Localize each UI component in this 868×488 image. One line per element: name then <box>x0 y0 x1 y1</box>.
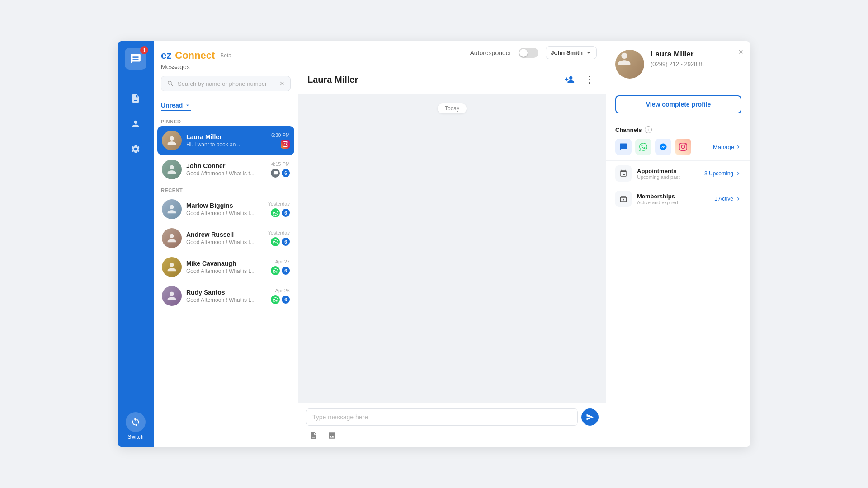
contact-name: Mike Cavanaugh <box>186 260 266 267</box>
contact-item[interactable]: John Conner Good Afternoon ! What is t..… <box>157 155 294 184</box>
more-options-button[interactable]: ⋮ <box>582 72 597 87</box>
add-contact-button[interactable] <box>562 72 577 87</box>
contact-name: Laura Miller <box>186 133 267 141</box>
messenger-channel-button[interactable] <box>655 139 671 155</box>
appointments-sub: Upcoming and past <box>637 174 699 180</box>
sms-channel-button[interactable] <box>615 139 632 155</box>
title-connect: Connect <box>175 50 215 61</box>
chat-area: Autoresponder John Smith Laura Miller ⋮ <box>298 41 606 447</box>
contact-info: Mike Cavanaugh Good Afternoon ! What is … <box>186 260 266 274</box>
contact-item[interactable]: Andrew Russell Good Afternoon ! What is … <box>157 224 294 253</box>
chat-icon <box>130 53 142 65</box>
message-input-row <box>306 408 599 426</box>
contact-badges: 6 <box>271 237 290 246</box>
messages-label: Messages <box>161 63 291 70</box>
contact-info: Rudy Santos Good Afternoon ! What is t..… <box>186 289 266 303</box>
whatsapp-bubble-icon <box>639 143 647 151</box>
person-add-icon <box>565 75 575 84</box>
sidebar-nav: 1 Switch <box>118 41 154 447</box>
sidebar-item-notes[interactable] <box>125 88 146 109</box>
contact-info: Andrew Russell Good Afternoon ! What is … <box>186 231 263 245</box>
contact-meta: Apr 26 6 <box>271 288 290 304</box>
messenger-bubble-icon <box>659 143 667 151</box>
contact-info: John Conner Good Afternoon ! What is t..… <box>186 162 266 177</box>
nav-logo: 1 <box>125 48 146 77</box>
contact-info: Laura Miller Hi. I want to book an ... <box>186 133 267 148</box>
title-beta: Beta <box>220 52 231 59</box>
contact-badges: 6 <box>271 266 290 275</box>
search-icon <box>167 80 174 87</box>
user-menu[interactable]: John Smith <box>546 46 597 59</box>
contact-item[interactable]: Marlow Biggins Good Afternoon ! What is … <box>157 195 294 224</box>
contact-meta: Yesterday 6 <box>268 201 290 217</box>
whatsapp-channel-icon <box>271 266 280 275</box>
unread-count: 6 <box>282 169 290 177</box>
contact-badges: 6 <box>271 295 290 304</box>
recent-section-label: RECENT <box>157 184 294 195</box>
profile-header: Laura Miller (0299) 212 - 292888 × <box>606 41 750 88</box>
messages-panel: ezConnect Beta Messages ✕ Unread PINN <box>154 41 298 447</box>
top-bar: Autoresponder John Smith <box>298 41 606 65</box>
calendar-icon <box>619 169 627 178</box>
unread-count: 6 <box>282 267 290 275</box>
appointments-row[interactable]: Appointments Upcoming and past 3 Upcomin… <box>606 161 750 186</box>
search-bar: ✕ <box>161 76 291 91</box>
chat-header: Laura Miller ⋮ <box>298 65 606 94</box>
contacts-list: PINNED Laura Miller Hi. I want to book a… <box>154 115 298 447</box>
contact-meta: 4:15 PM 6 <box>271 161 290 178</box>
contact-time: Yesterday <box>268 201 290 206</box>
contact-item[interactable]: Laura Miller Hi. I want to book an ... 6… <box>157 126 294 155</box>
chat-header-actions: ⋮ <box>562 72 597 87</box>
profile-info: Laura Miller (0299) 212 - 292888 <box>651 50 741 67</box>
contact-item[interactable]: Rudy Santos Good Afternoon ! What is t..… <box>157 282 294 310</box>
unread-count: 6 <box>282 209 290 217</box>
contact-preview: Hi. I want to book an ... <box>186 141 267 148</box>
memberships-icon-box <box>615 191 632 207</box>
whatsapp-channel-button[interactable] <box>635 139 651 155</box>
contact-time: Apr 27 <box>275 259 290 264</box>
send-button[interactable] <box>581 408 599 426</box>
avatar <box>162 199 182 219</box>
memberships-row[interactable]: Memberships Active and expired 1 Active <box>606 186 750 211</box>
search-clear-icon[interactable]: ✕ <box>279 80 285 87</box>
chat-footer <box>298 403 606 447</box>
contact-meta: 6:30 PM <box>271 132 290 149</box>
contact-time: 4:15 PM <box>271 161 290 167</box>
messages-nav-icon[interactable]: 1 <box>125 48 146 70</box>
avatar <box>162 131 182 150</box>
avatar <box>162 286 182 306</box>
instagram-channel-button[interactable] <box>675 139 691 155</box>
sidebar-item-contacts[interactable] <box>125 113 146 135</box>
contact-preview: Good Afternoon ! What is t... <box>186 268 266 274</box>
contact-preview: Good Afternoon ! What is t... <box>186 239 263 245</box>
avatar <box>162 228 182 248</box>
autoresponder-toggle[interactable] <box>519 48 538 58</box>
close-panel-button[interactable]: × <box>738 48 743 56</box>
contact-meta: Yesterday 6 <box>268 230 290 246</box>
settings-icon <box>131 144 141 154</box>
image-button[interactable] <box>326 429 338 442</box>
whatsapp-channel-icon <box>271 237 280 246</box>
search-input[interactable] <box>178 80 276 87</box>
chevron-down-icon <box>184 102 191 108</box>
manage-channels-button[interactable]: Manage <box>713 144 741 150</box>
view-profile-button[interactable]: View complete profile <box>615 95 741 113</box>
send-icon <box>586 413 594 421</box>
contact-preview: Good Afternoon ! What is t... <box>186 210 263 216</box>
app-title: ezConnect Beta <box>161 50 291 61</box>
contact-badges <box>281 140 290 149</box>
contacts-icon <box>131 119 141 129</box>
autoresponder-label: Autoresponder <box>470 49 511 56</box>
attachment-button[interactable] <box>307 429 320 442</box>
profile-name: Laura Miller <box>651 50 741 59</box>
message-input[interactable] <box>306 408 578 426</box>
appointments-content: Appointments Upcoming and past <box>637 168 699 180</box>
switch-button[interactable]: Switch <box>126 412 146 440</box>
profile-avatar <box>615 50 644 79</box>
contact-item[interactable]: Mike Cavanaugh Good Afternoon ! What is … <box>157 253 294 282</box>
manage-chevron-icon <box>735 144 741 150</box>
user-name: John Smith <box>551 49 583 56</box>
memberships-content: Memberships Active and expired <box>637 193 709 205</box>
filter-unread-button[interactable]: Unread <box>161 102 191 111</box>
sidebar-item-settings[interactable] <box>125 138 146 160</box>
